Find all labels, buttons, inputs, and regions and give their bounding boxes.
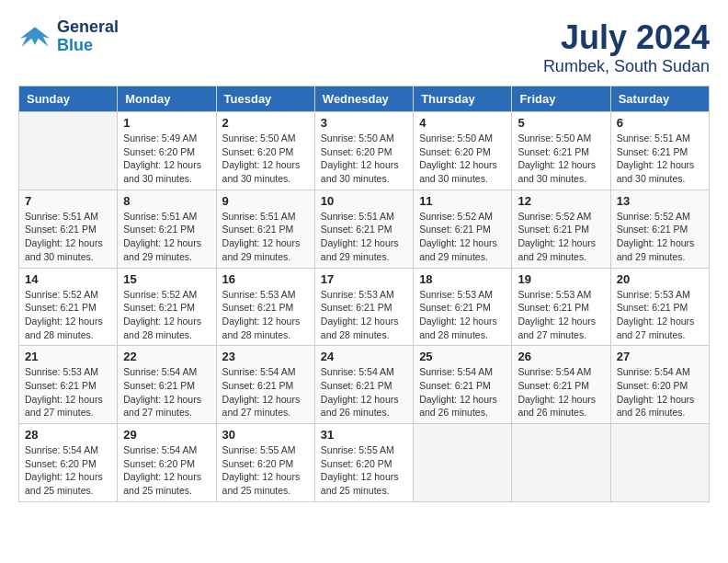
calendar-cell: 16Sunrise: 5:53 AM Sunset: 6:21 PM Dayli…	[216, 268, 314, 346]
day-number: 16	[222, 272, 309, 286]
day-info: Sunrise: 5:52 AM Sunset: 6:21 PM Dayligh…	[25, 288, 111, 342]
calendar-cell: 2Sunrise: 5:50 AM Sunset: 6:20 PM Daylig…	[216, 112, 314, 190]
calendar-cell: 1Sunrise: 5:49 AM Sunset: 6:20 PM Daylig…	[118, 112, 216, 190]
calendar-week-row: 1Sunrise: 5:49 AM Sunset: 6:20 PM Daylig…	[19, 112, 710, 190]
day-number: 19	[518, 272, 604, 286]
day-number: 25	[419, 350, 506, 363]
calendar-cell: 8Sunrise: 5:51 AM Sunset: 6:21 PM Daylig…	[118, 190, 216, 268]
day-number: 7	[25, 194, 111, 208]
day-info: Sunrise: 5:51 AM Sunset: 6:21 PM Dayligh…	[617, 132, 703, 186]
calendar-cell: 9Sunrise: 5:51 AM Sunset: 6:21 PM Daylig…	[216, 190, 314, 268]
column-header-tuesday: Tuesday	[216, 86, 314, 112]
day-number: 22	[123, 350, 210, 363]
calendar-cell	[610, 424, 709, 502]
calendar-cell: 24Sunrise: 5:54 AM Sunset: 6:21 PM Dayli…	[314, 346, 413, 424]
day-info: Sunrise: 5:52 AM Sunset: 6:21 PM Dayligh…	[419, 210, 506, 264]
page-header: General Blue July 2024 Rumbek, South Sud…	[18, 18, 710, 76]
calendar-cell: 21Sunrise: 5:53 AM Sunset: 6:21 PM Dayli…	[19, 346, 118, 424]
calendar-cell	[512, 424, 610, 502]
day-info: Sunrise: 5:54 AM Sunset: 6:20 PM Dayligh…	[617, 365, 703, 419]
calendar-cell: 26Sunrise: 5:54 AM Sunset: 6:21 PM Dayli…	[512, 346, 610, 424]
day-info: Sunrise: 5:54 AM Sunset: 6:21 PM Dayligh…	[321, 365, 407, 419]
calendar-cell: 7Sunrise: 5:51 AM Sunset: 6:21 PM Daylig…	[19, 190, 118, 268]
day-number: 10	[321, 194, 407, 208]
calendar-cell: 18Sunrise: 5:53 AM Sunset: 6:21 PM Dayli…	[414, 268, 512, 346]
day-number: 17	[321, 272, 407, 286]
day-number: 29	[123, 428, 210, 442]
day-number: 30	[222, 428, 309, 442]
calendar-table: SundayMondayTuesdayWednesdayThursdayFrid…	[18, 86, 710, 502]
calendar-cell: 11Sunrise: 5:52 AM Sunset: 6:21 PM Dayli…	[414, 190, 512, 268]
title-block: July 2024 Rumbek, South Sudan	[543, 18, 710, 76]
calendar-cell: 23Sunrise: 5:54 AM Sunset: 6:21 PM Dayli…	[216, 346, 314, 424]
calendar-cell: 5Sunrise: 5:50 AM Sunset: 6:21 PM Daylig…	[512, 112, 610, 190]
calendar-cell: 30Sunrise: 5:55 AM Sunset: 6:20 PM Dayli…	[216, 424, 314, 502]
calendar-cell: 17Sunrise: 5:53 AM Sunset: 6:21 PM Dayli…	[314, 268, 413, 346]
day-info: Sunrise: 5:51 AM Sunset: 6:21 PM Dayligh…	[222, 210, 309, 264]
day-info: Sunrise: 5:53 AM Sunset: 6:21 PM Dayligh…	[419, 288, 506, 342]
day-info: Sunrise: 5:55 AM Sunset: 6:20 PM Dayligh…	[321, 443, 407, 498]
logo-icon	[18, 23, 51, 51]
day-number: 4	[419, 116, 506, 130]
calendar-cell: 12Sunrise: 5:52 AM Sunset: 6:21 PM Dayli…	[512, 190, 610, 268]
calendar-cell: 4Sunrise: 5:50 AM Sunset: 6:20 PM Daylig…	[414, 112, 512, 190]
calendar-week-row: 28Sunrise: 5:54 AM Sunset: 6:20 PM Dayli…	[19, 424, 710, 502]
column-header-sunday: Sunday	[19, 86, 118, 112]
day-number: 13	[617, 194, 703, 208]
calendar-cell: 6Sunrise: 5:51 AM Sunset: 6:21 PM Daylig…	[610, 112, 709, 190]
day-number: 3	[321, 116, 407, 130]
calendar-cell: 31Sunrise: 5:55 AM Sunset: 6:20 PM Dayli…	[314, 424, 413, 502]
column-header-wednesday: Wednesday	[314, 86, 413, 112]
day-number: 28	[25, 428, 111, 442]
day-info: Sunrise: 5:53 AM Sunset: 6:21 PM Dayligh…	[617, 288, 703, 342]
day-number: 21	[25, 350, 111, 363]
day-info: Sunrise: 5:50 AM Sunset: 6:20 PM Dayligh…	[419, 132, 506, 186]
day-info: Sunrise: 5:50 AM Sunset: 6:20 PM Dayligh…	[321, 132, 407, 186]
day-info: Sunrise: 5:49 AM Sunset: 6:20 PM Dayligh…	[123, 132, 210, 186]
calendar-cell: 13Sunrise: 5:52 AM Sunset: 6:21 PM Dayli…	[610, 190, 709, 268]
calendar-cell: 14Sunrise: 5:52 AM Sunset: 6:21 PM Dayli…	[19, 268, 118, 346]
calendar-week-row: 21Sunrise: 5:53 AM Sunset: 6:21 PM Dayli…	[19, 346, 710, 424]
day-number: 15	[123, 272, 210, 286]
day-number: 14	[25, 272, 111, 286]
day-info: Sunrise: 5:52 AM Sunset: 6:21 PM Dayligh…	[617, 210, 703, 264]
day-number: 5	[518, 116, 604, 130]
day-number: 26	[518, 350, 604, 363]
main-title: July 2024	[543, 18, 710, 57]
logo-text: General Blue	[57, 18, 119, 55]
day-info: Sunrise: 5:52 AM Sunset: 6:21 PM Dayligh…	[123, 288, 210, 342]
day-number: 2	[222, 116, 309, 130]
day-info: Sunrise: 5:54 AM Sunset: 6:21 PM Dayligh…	[419, 365, 506, 419]
svg-marker-0	[20, 27, 50, 47]
calendar-cell: 3Sunrise: 5:50 AM Sunset: 6:20 PM Daylig…	[314, 112, 413, 190]
logo-line1: General	[57, 18, 119, 37]
calendar-cell: 22Sunrise: 5:54 AM Sunset: 6:21 PM Dayli…	[118, 346, 216, 424]
day-info: Sunrise: 5:51 AM Sunset: 6:21 PM Dayligh…	[25, 210, 111, 264]
calendar-cell: 29Sunrise: 5:54 AM Sunset: 6:20 PM Dayli…	[118, 424, 216, 502]
calendar-cell: 27Sunrise: 5:54 AM Sunset: 6:20 PM Dayli…	[610, 346, 709, 424]
calendar-cell: 28Sunrise: 5:54 AM Sunset: 6:20 PM Dayli…	[19, 424, 118, 502]
day-info: Sunrise: 5:54 AM Sunset: 6:21 PM Dayligh…	[123, 365, 210, 419]
logo: General Blue	[18, 18, 119, 55]
day-info: Sunrise: 5:54 AM Sunset: 6:21 PM Dayligh…	[222, 365, 309, 419]
day-info: Sunrise: 5:54 AM Sunset: 6:20 PM Dayligh…	[25, 443, 111, 498]
calendar-body: 1Sunrise: 5:49 AM Sunset: 6:20 PM Daylig…	[19, 112, 710, 502]
day-number: 9	[222, 194, 309, 208]
day-number: 18	[419, 272, 506, 286]
calendar-cell: 19Sunrise: 5:53 AM Sunset: 6:21 PM Dayli…	[512, 268, 610, 346]
day-info: Sunrise: 5:54 AM Sunset: 6:20 PM Dayligh…	[123, 443, 210, 498]
column-header-friday: Friday	[512, 86, 610, 112]
calendar-week-row: 7Sunrise: 5:51 AM Sunset: 6:21 PM Daylig…	[19, 190, 710, 268]
day-info: Sunrise: 5:54 AM Sunset: 6:21 PM Dayligh…	[518, 365, 604, 419]
day-info: Sunrise: 5:53 AM Sunset: 6:21 PM Dayligh…	[321, 288, 407, 342]
calendar-cell	[19, 112, 118, 190]
day-number: 31	[321, 428, 407, 442]
day-number: 27	[617, 350, 703, 363]
subtitle: Rumbek, South Sudan	[543, 57, 710, 76]
calendar-header-row: SundayMondayTuesdayWednesdayThursdayFrid…	[19, 86, 710, 112]
day-info: Sunrise: 5:53 AM Sunset: 6:21 PM Dayligh…	[222, 288, 309, 342]
day-number: 23	[222, 350, 309, 363]
calendar-cell: 25Sunrise: 5:54 AM Sunset: 6:21 PM Dayli…	[414, 346, 512, 424]
day-number: 8	[123, 194, 210, 208]
day-number: 12	[518, 194, 604, 208]
